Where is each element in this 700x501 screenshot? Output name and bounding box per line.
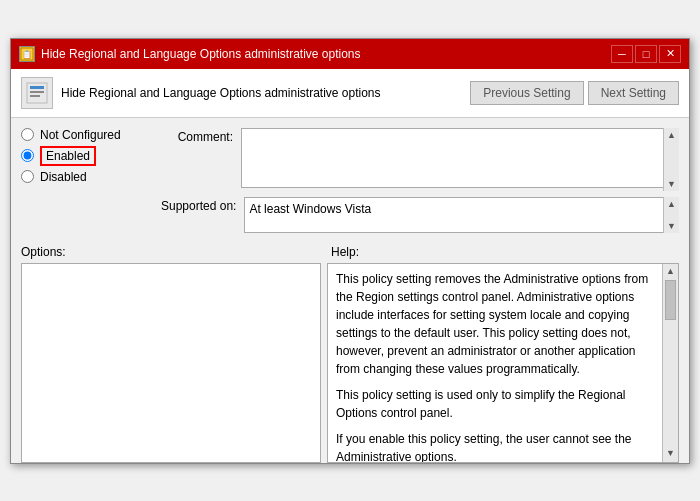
help-text: This policy setting removes the Administ… [336, 270, 656, 463]
help-panel: This policy setting removes the Administ… [327, 263, 679, 463]
title-bar: 📋 Hide Regional and Language Options adm… [11, 39, 689, 69]
header-buttons: Previous Setting Next Setting [470, 81, 679, 105]
options-section-label: Options: [21, 245, 321, 259]
supported-value: At least Windows Vista [249, 202, 371, 216]
bottom-panels: This policy setting removes the Administ… [21, 263, 679, 463]
title-bar-left: 📋 Hide Regional and Language Options adm… [19, 46, 361, 62]
disabled-radio-label[interactable]: Disabled [21, 170, 151, 184]
supported-label: Supported on: [161, 197, 244, 213]
supported-value-box: At least Windows Vista [244, 197, 679, 233]
header-icon [21, 77, 53, 109]
enabled-radio[interactable] [21, 149, 34, 162]
title-bar-controls: ─ □ ✕ [611, 45, 681, 63]
main-content: Not Configured Enabled Disabled Comment: [11, 118, 689, 463]
prev-setting-button[interactable]: Previous Setting [470, 81, 583, 105]
window-title: Hide Regional and Language Options admin… [41, 47, 361, 61]
help-section-label: Help: [331, 245, 679, 259]
disabled-radio[interactable] [21, 170, 34, 183]
comment-textarea[interactable] [241, 128, 679, 188]
comment-scrollbar: ▲ ▼ [663, 128, 679, 191]
bottom-labels: Options: Help: [21, 245, 679, 259]
help-paragraph: This policy setting is used only to simp… [336, 386, 656, 422]
header-title: Hide Regional and Language Options admin… [61, 86, 381, 100]
not-configured-radio[interactable] [21, 128, 34, 141]
next-setting-button[interactable]: Next Setting [588, 81, 679, 105]
minimize-button[interactable]: ─ [611, 45, 633, 63]
comment-label: Comment: [161, 128, 241, 144]
scroll-track [663, 280, 678, 446]
scroll-down-arrow: ▼ [665, 177, 678, 191]
comment-row: Comment: ▲ ▼ [161, 128, 679, 191]
window-icon: 📋 [19, 46, 35, 62]
scroll-up-arrow: ▲ [665, 128, 678, 142]
help-paragraph: If you enable this policy setting, the u… [336, 430, 656, 463]
header-bar: Hide Regional and Language Options admin… [11, 69, 689, 118]
not-configured-label: Not Configured [40, 128, 121, 142]
scroll-thumb[interactable] [665, 280, 676, 320]
help-paragraph: This policy setting removes the Administ… [336, 270, 656, 378]
svg-text:📋: 📋 [22, 49, 32, 59]
supported-scrollbar: ▲ ▼ [663, 197, 679, 233]
disabled-label: Disabled [40, 170, 87, 184]
radio-section: Not Configured Enabled Disabled [21, 128, 151, 184]
svg-rect-5 [30, 95, 40, 97]
help-scrollbar[interactable]: ▲ ▼ [662, 264, 678, 462]
enabled-radio-label[interactable]: Enabled [21, 146, 151, 166]
scroll-down-btn[interactable]: ▼ [663, 446, 678, 462]
scroll-up-btn[interactable]: ▲ [663, 264, 678, 280]
svg-rect-4 [30, 91, 44, 93]
header-left: Hide Regional and Language Options admin… [21, 77, 381, 109]
scroll-up-arrow2: ▲ [665, 197, 678, 211]
options-panel[interactable] [21, 263, 321, 463]
scroll-down-arrow2: ▼ [665, 219, 678, 233]
svg-rect-3 [30, 86, 44, 89]
main-window: 📋 Hide Regional and Language Options adm… [10, 38, 690, 464]
top-section: Not Configured Enabled Disabled Comment: [21, 128, 679, 239]
maximize-button[interactable]: □ [635, 45, 657, 63]
close-button[interactable]: ✕ [659, 45, 681, 63]
enabled-label: Enabled [40, 146, 96, 166]
right-panel: Comment: ▲ ▼ Supported on: At [161, 128, 679, 239]
not-configured-radio-label[interactable]: Not Configured [21, 128, 151, 142]
supported-row: Supported on: At least Windows Vista ▲ ▼ [161, 197, 679, 233]
left-panel: Not Configured Enabled Disabled [21, 128, 161, 239]
